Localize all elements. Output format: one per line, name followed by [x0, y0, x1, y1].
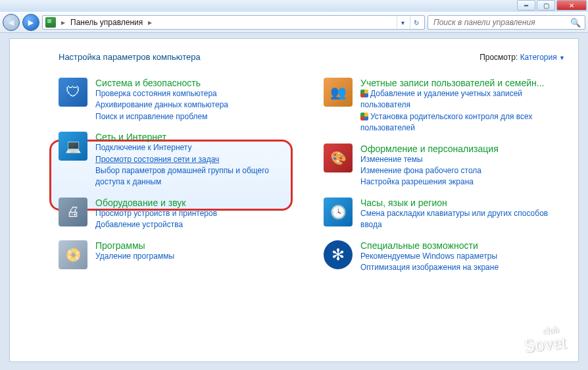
- close-button[interactable]: ✕: [556, 0, 587, 11]
- category-link[interactable]: Рекомендуемые Windows параметры: [360, 251, 499, 262]
- appearance-icon: [324, 144, 353, 172]
- users-icon: [324, 78, 353, 107]
- network-icon: [59, 132, 87, 161]
- category-hardware-sound: Оборудование и звук Просмотр устройств и…: [59, 198, 300, 231]
- uac-shield-icon: [360, 90, 368, 97]
- category-link[interactable]: Смена раскладки клавиатуры или других сп…: [360, 208, 565, 231]
- minimize-button[interactable]: ━: [517, 0, 535, 11]
- category-link[interactable]: Добавление устройства: [95, 219, 217, 230]
- category-ease-of-access: Специальные возможности Рекомендуемые Wi…: [324, 240, 565, 274]
- category-title[interactable]: Учетные записи пользователей и семейн...: [360, 78, 565, 88]
- titlebar: ━ ▢ ✕: [0, 0, 588, 12]
- view-mode-dropdown[interactable]: Категория ▼: [520, 53, 565, 62]
- address-bar[interactable]: ▸ Панель управления ▸ ▾ ↻: [42, 15, 425, 30]
- left-column: Система и безопасность Проверка состояни…: [59, 78, 300, 273]
- search-box[interactable]: 🔍: [428, 15, 585, 30]
- category-title[interactable]: Специальные возможности: [360, 240, 499, 251]
- refresh-button[interactable]: ↻: [410, 16, 422, 28]
- category-link[interactable]: Просмотр устройств и принтеров: [95, 208, 217, 219]
- nav-forward-button[interactable]: ►: [22, 14, 39, 31]
- search-icon[interactable]: 🔍: [570, 18, 581, 28]
- category-user-accounts: Учетные записи пользователей и семейн...…: [324, 78, 565, 134]
- address-dropdown-button[interactable]: ▾: [397, 16, 408, 28]
- category-title[interactable]: Оформление и персонализация: [360, 144, 499, 154]
- breadcrumb-sep: ▸: [145, 18, 155, 27]
- category-link[interactable]: Настройка разрешения экрана: [360, 176, 499, 188]
- shield-icon: [59, 78, 87, 107]
- nav-back-button[interactable]: ◄: [3, 14, 20, 31]
- category-title[interactable]: Система и безопасность: [95, 78, 228, 88]
- control-panel-icon: [45, 17, 56, 28]
- category-link[interactable]: Оптимизация изображения на экране: [360, 262, 499, 273]
- category-link[interactable]: Выбор параметров домашней группы и общег…: [95, 165, 300, 188]
- category-link[interactable]: Изменение темы: [360, 154, 499, 165]
- category-link[interactable]: Установка родительского контроля для все…: [360, 111, 565, 134]
- category-network-internet: Сеть и Интернет Подключение к Интернету …: [59, 132, 300, 188]
- category-title[interactable]: Часы, язык и регион: [360, 198, 565, 208]
- category-link[interactable]: Подключение к Интернету: [95, 142, 300, 153]
- category-link[interactable]: Удаление программы: [95, 251, 174, 262]
- view-by: Просмотр: Категория ▼: [479, 53, 565, 62]
- category-link[interactable]: Изменение фона рабочего стола: [360, 165, 499, 176]
- category-title[interactable]: Оборудование и звук: [95, 198, 217, 208]
- watermark: club Sovet: [523, 325, 567, 354]
- category-link[interactable]: Добавление и удаление учетных записей по…: [360, 88, 565, 111]
- category-programs: Программы Удаление программы: [59, 240, 300, 269]
- category-system-security: Система и безопасность Проверка состояни…: [59, 78, 300, 122]
- breadcrumb-sep: ▸: [59, 18, 68, 27]
- breadcrumb-item[interactable]: Панель управления: [70, 18, 143, 27]
- category-title[interactable]: Программы: [95, 240, 174, 251]
- category-clock-language: Часы, язык и регион Смена раскладки клав…: [324, 198, 565, 231]
- category-link[interactable]: Проверка состояния компьютера: [95, 88, 228, 99]
- ease-of-access-icon: [324, 240, 353, 269]
- category-link-hovered[interactable]: Просмотр состояния сети и задач: [95, 154, 300, 165]
- maximize-button[interactable]: ▢: [537, 0, 555, 11]
- search-input[interactable]: [432, 17, 570, 28]
- category-link[interactable]: Архивирование данных компьютера: [95, 99, 228, 111]
- clock-icon: [324, 198, 353, 226]
- page-title: Настройка параметров компьютера: [59, 52, 201, 62]
- category-title[interactable]: Сеть и Интернет: [95, 132, 300, 142]
- right-column: Учетные записи пользователей и семейн...…: [324, 78, 565, 273]
- category-link[interactable]: Поиск и исправление проблем: [95, 111, 228, 122]
- uac-shield-icon: [360, 113, 368, 120]
- programs-icon: [59, 240, 87, 269]
- toolbar: ◄ ► ▸ Панель управления ▸ ▾ ↻ 🔍: [0, 12, 588, 33]
- printer-icon: [59, 198, 87, 226]
- category-appearance: Оформление и персонализация Изменение те…: [324, 144, 565, 188]
- content-pane: Настройка параметров компьютера Просмотр…: [9, 38, 579, 362]
